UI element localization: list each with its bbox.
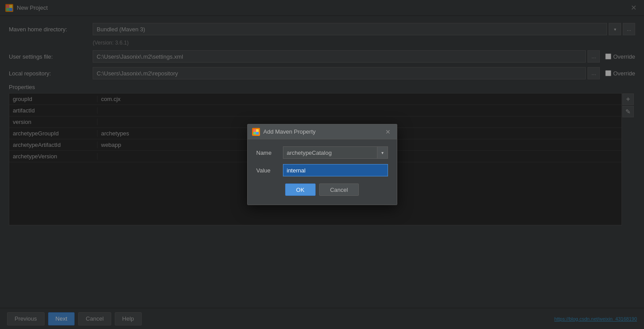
modal-cancel-button[interactable]: Cancel [319, 183, 359, 196]
svg-rect-5 [256, 129, 259, 132]
modal-value-label: Value [256, 167, 283, 174]
modal-name-select-container: archetypeCatalog archetypeGroupId archet… [283, 146, 388, 159]
modal-name-select-arrow[interactable]: ▾ [377, 146, 388, 159]
modal-ok-button[interactable]: OK [285, 183, 316, 196]
modal-app-icon [252, 128, 260, 136]
svg-rect-7 [256, 132, 259, 135]
modal-value-row: Value [256, 164, 388, 176]
modal-name-label: Name [256, 150, 283, 156]
modal-title-bar: Add Maven Property ✕ [248, 124, 397, 139]
add-maven-property-dialog: Add Maven Property ✕ Name archetypeCatal… [247, 124, 397, 205]
modal-buttons: OK Cancel [256, 183, 388, 196]
modal-body: Name archetypeCatalog archetypeGroupId a… [248, 139, 397, 205]
modal-value-input[interactable] [283, 164, 388, 176]
svg-rect-6 [253, 132, 256, 135]
modal-close-button[interactable]: ✕ [384, 127, 392, 136]
modal-title: Add Maven Property [264, 128, 316, 135]
svg-rect-4 [253, 129, 256, 132]
modal-name-select[interactable]: archetypeCatalog archetypeGroupId archet… [283, 146, 377, 159]
modal-overlay: Add Maven Property ✕ Name archetypeCatal… [0, 0, 644, 329]
modal-name-row: Name archetypeCatalog archetypeGroupId a… [256, 146, 388, 159]
